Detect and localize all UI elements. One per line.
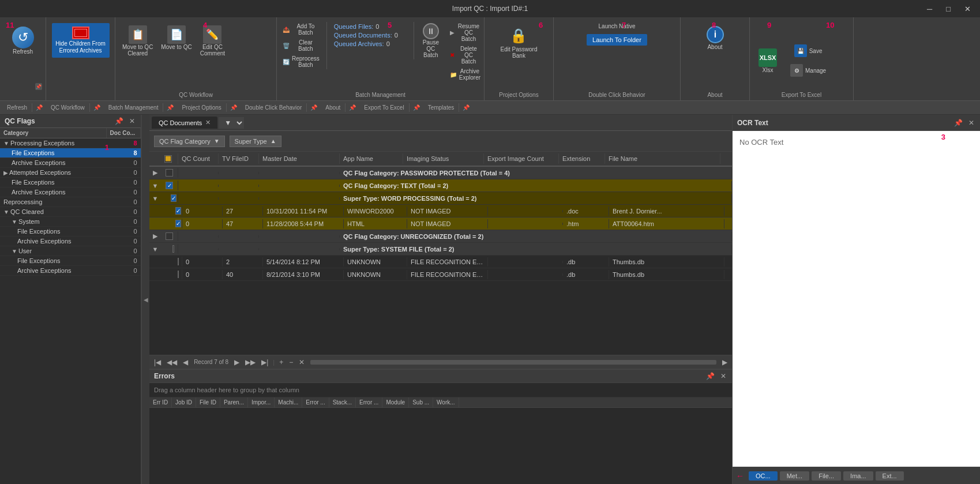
nav-prev-group[interactable]: ◀◀ bbox=[164, 357, 179, 367]
sub-ribbon-batch[interactable]: Batch Management bbox=[104, 103, 164, 112]
resume-qc-batch-button[interactable]: ▶ Resume QC Batch bbox=[448, 22, 483, 43]
launch-native-button[interactable]: Launch Native bbox=[594, 22, 640, 31]
sub-ribbon-project[interactable]: Project Options bbox=[177, 103, 226, 112]
errors-pin-button[interactable]: 📌 bbox=[705, 372, 716, 380]
row-checkbox-cell[interactable] bbox=[161, 168, 178, 178]
row-checkbox[interactable] bbox=[172, 245, 174, 253]
queued-archives-label[interactable]: Queued Archives: bbox=[334, 40, 384, 47]
table-row[interactable]: ▼ Super Type: SYSTEM FILE (Total = 2) bbox=[149, 243, 732, 256]
col-doc-count[interactable]: Doc Co... bbox=[106, 128, 140, 138]
list-item[interactable]: Archive Exceptions 0 bbox=[0, 158, 141, 168]
col-header-imaging[interactable]: Imaging Status bbox=[403, 153, 484, 164]
row-checkbox-cell[interactable] bbox=[161, 257, 182, 267]
col-header-exportimg[interactable]: Export Image Count bbox=[484, 153, 559, 164]
list-item[interactable]: File Exceptions 8 bbox=[0, 148, 141, 158]
row-checkbox-cell[interactable]: ✓ bbox=[161, 206, 182, 216]
ocr-tab-met[interactable]: Met... bbox=[780, 471, 810, 481]
sub-ribbon-pin-5[interactable]: 📌 bbox=[308, 103, 320, 112]
err-col-machi[interactable]: Machi... bbox=[275, 397, 302, 407]
sub-ribbon-about[interactable]: About bbox=[321, 103, 346, 112]
err-col-fileid[interactable]: File ID bbox=[196, 397, 220, 407]
nav-scrollbar[interactable] bbox=[310, 360, 716, 365]
row-checkbox-cell[interactable]: ✓ bbox=[161, 219, 182, 228]
row-expand[interactable]: ▶ bbox=[149, 232, 161, 240]
nav-add[interactable]: + bbox=[277, 357, 286, 367]
sub-ribbon-templates[interactable]: Templates bbox=[423, 103, 460, 112]
col-header-filename[interactable]: File Name bbox=[605, 153, 720, 164]
ocr-tab-ext[interactable]: Ext... bbox=[876, 471, 904, 481]
close-button[interactable]: ✕ bbox=[960, 3, 975, 14]
move-to-qc-cleared-button[interactable]: 📋 Move to QCCleared bbox=[119, 23, 156, 59]
list-item[interactable]: Archive Exceptions 0 bbox=[0, 187, 141, 197]
sub-ribbon-pin-4[interactable]: 📌 bbox=[228, 103, 239, 112]
table-row[interactable]: 0 40 8/21/2014 3:10 PM UNKNOWN FILE RECO… bbox=[149, 268, 732, 281]
hide-children-button[interactable]: Hide Children FromErrored Archives bbox=[52, 23, 110, 58]
col-header-tvfileid[interactable]: TV FileID bbox=[219, 153, 259, 164]
queued-docs-label[interactable]: Queued Documents: bbox=[334, 32, 392, 39]
row-expand[interactable]: ▼ bbox=[149, 182, 161, 189]
pause-qc-batch-button[interactable]: ⏸ Pause QC Batch bbox=[416, 22, 445, 59]
sub-ribbon-pin-6[interactable]: 📌 bbox=[347, 103, 358, 112]
header-checkbox[interactable] bbox=[164, 155, 172, 163]
nav-remove[interactable]: − bbox=[287, 357, 295, 367]
list-item[interactable]: Archive Exceptions 0 bbox=[0, 266, 141, 276]
row-checkbox[interactable]: ✓ bbox=[175, 207, 181, 215]
panel-pin-button[interactable]: 📌 bbox=[114, 117, 125, 125]
ocr-tab-oc[interactable]: OC... bbox=[749, 471, 778, 481]
launch-to-folder-button[interactable]: Launch To Folder bbox=[587, 34, 647, 46]
err-col-errid[interactable]: Err ID bbox=[149, 397, 172, 407]
col-header-checkbox[interactable] bbox=[161, 153, 178, 164]
manage-button[interactable]: ⚙ Manage bbox=[787, 62, 829, 79]
tab-qc-documents[interactable]: QC Documents ✕ bbox=[152, 117, 217, 129]
save-button[interactable]: 💾 Save bbox=[787, 42, 829, 59]
tab-close[interactable]: ✕ bbox=[205, 119, 211, 126]
nav-delete[interactable]: ✕ bbox=[296, 357, 307, 367]
err-col-jobid[interactable]: Job ID bbox=[172, 397, 196, 407]
nav-next[interactable]: ▶ bbox=[232, 357, 242, 367]
delete-qc-batch-button[interactable]: ✖ Delete QC Batch bbox=[448, 44, 483, 66]
sub-ribbon-pin-1[interactable]: 📌 bbox=[33, 103, 45, 112]
row-checkbox[interactable] bbox=[166, 169, 173, 177]
sub-ribbon-pin-8[interactable]: 📌 bbox=[460, 103, 472, 112]
row-expand[interactable]: ▶ bbox=[149, 169, 161, 177]
table-row[interactable]: ✓ 0 47 11/28/2008 5:44 PM HTML NOT IMAGE… bbox=[149, 217, 732, 230]
list-item[interactable]: File Exceptions 0 bbox=[0, 227, 141, 237]
expand-arrow[interactable]: ▼ bbox=[12, 248, 17, 254]
expand-arrow[interactable]: ▼ bbox=[3, 209, 9, 215]
sub-ribbon-pin-7[interactable]: 📌 bbox=[411, 103, 422, 112]
table-row[interactable]: ▼ ✓ Super Type: WORD PROCESSING (Total =… bbox=[149, 192, 732, 205]
left-panel-collapse[interactable]: ◀ bbox=[141, 115, 149, 484]
list-item[interactable]: File Exceptions 0 bbox=[0, 178, 141, 187]
ocr-close-button[interactable]: ✕ bbox=[967, 119, 975, 127]
super-type-dropdown[interactable]: Super Type ▲ bbox=[230, 136, 281, 147]
list-item[interactable]: File Exceptions 0 bbox=[0, 256, 141, 266]
row-checkbox[interactable] bbox=[178, 258, 179, 265]
ocr-pin-button[interactable]: 📌 bbox=[953, 119, 964, 127]
sub-ribbon-dblclk[interactable]: Double Click Behavior bbox=[241, 103, 307, 112]
row-checkbox-cell[interactable]: ✓ bbox=[161, 193, 178, 203]
sub-ribbon-export[interactable]: Export To Excel bbox=[359, 103, 409, 112]
qc-flag-category-dropdown[interactable]: QC Flag Category ▼ bbox=[154, 136, 225, 147]
nav-scroll-right[interactable]: ▶ bbox=[720, 357, 730, 367]
sub-ribbon-pin-2[interactable]: 📌 bbox=[91, 103, 103, 112]
nav-last[interactable]: ▶| bbox=[259, 357, 271, 367]
minimize-button[interactable]: ─ bbox=[922, 3, 937, 14]
nav-first[interactable]: |◀ bbox=[152, 357, 163, 367]
expand-arrow[interactable]: ▶ bbox=[3, 170, 8, 176]
err-col-work[interactable]: Work... bbox=[433, 397, 459, 407]
col-header-qccount[interactable]: QC Count bbox=[178, 153, 219, 164]
add-to-batch-button[interactable]: 📤 Add To Batch bbox=[280, 22, 322, 37]
edit-password-bank-button[interactable]: 🔒 Edit PasswordBank bbox=[497, 23, 541, 61]
row-checkbox-cell[interactable] bbox=[161, 231, 178, 241]
refresh-pin[interactable]: 📌 bbox=[35, 83, 42, 90]
col-header-masterdate[interactable]: Master Date bbox=[259, 153, 340, 164]
edit-qc-comment-button[interactable]: ✏️ Edit QCComment bbox=[197, 23, 228, 59]
err-col-paren[interactable]: Paren... bbox=[220, 397, 248, 407]
row-checkbox-cell[interactable] bbox=[161, 244, 178, 254]
errors-close-button[interactable]: ✕ bbox=[719, 372, 727, 380]
row-checkbox[interactable]: ✓ bbox=[175, 220, 181, 227]
row-expand[interactable]: ▼ bbox=[149, 195, 161, 202]
nav-prev[interactable]: ◀ bbox=[181, 357, 190, 367]
err-col-stack[interactable]: Stack... bbox=[329, 397, 356, 407]
err-col-error2[interactable]: Error ... bbox=[356, 397, 382, 407]
